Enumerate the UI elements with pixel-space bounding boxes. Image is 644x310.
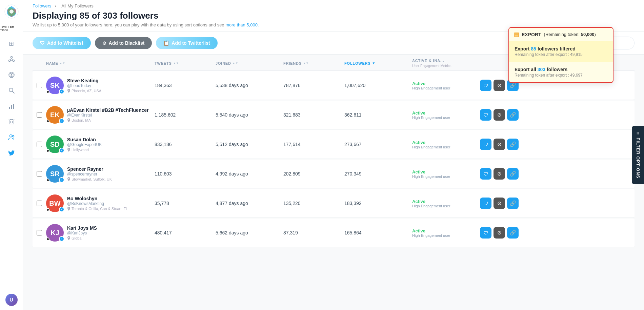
- main-content: Followers › All My Followers Displaying …: [23, 0, 644, 310]
- engagement-4: High Engagement user: [412, 204, 480, 208]
- user-handle-5: @KariJoys: [67, 231, 97, 235]
- row-checkbox-3[interactable]: [33, 171, 46, 177]
- blacklist-btn-1[interactable]: ⊘: [494, 109, 505, 121]
- more-link[interactable]: more than 5,000.: [225, 22, 259, 27]
- th-friends[interactable]: FRIENDS ▲▼: [283, 59, 344, 68]
- sidebar-item-target[interactable]: [5, 68, 18, 81]
- joined-2: 5,512 days ago: [216, 142, 283, 147]
- checkbox-5[interactable]: [37, 230, 42, 235]
- blacklist-btn-2[interactable]: ⊘: [494, 139, 505, 150]
- add-to-twitterlist-button[interactable]: 📋 Add to Twitterlist: [156, 37, 217, 49]
- sidebar-item-network[interactable]: [5, 53, 18, 66]
- sidebar-item-analytics[interactable]: [5, 100, 18, 112]
- sidebar-item-trash[interactable]: [5, 115, 18, 128]
- action-buttons-4: 🛡 ⊘ 🔗: [480, 198, 534, 209]
- svg-point-3: [8, 60, 10, 62]
- active-dot-0: [46, 90, 49, 94]
- link-btn-5[interactable]: 🔗: [507, 227, 519, 239]
- followers-3: 270,349: [344, 171, 412, 177]
- avatar-wrap-3: SR ✓: [46, 165, 64, 183]
- user-cell-2: SD ✓ Susan Dolan @GoogleExpertUK Hollywo…: [46, 136, 155, 153]
- engagement-2: High Engagement user: [412, 145, 480, 149]
- breadcrumb-followers[interactable]: Followers: [33, 3, 52, 8]
- sort-followers-active-icon: ▼: [372, 61, 376, 65]
- sidebar-item-search[interactable]: [5, 84, 18, 97]
- app-name: TWITTER TOOL: [0, 25, 23, 32]
- row-checkbox-4[interactable]: [33, 201, 46, 206]
- svg-line-6: [12, 58, 13, 60]
- row-checkbox-1[interactable]: [33, 112, 46, 118]
- avatar-wrap-0: SK ✓: [46, 77, 64, 94]
- app-logo[interactable]: [4, 4, 19, 19]
- blacklist-btn-3[interactable]: ⊘: [494, 168, 505, 180]
- blacklist-btn-5[interactable]: ⊘: [494, 227, 505, 239]
- status-active-3: Active: [412, 169, 480, 174]
- sidebar: TWITTER TOOL ⊞ U: [0, 0, 23, 310]
- link-btn-1[interactable]: 🔗: [507, 109, 519, 121]
- blacklist-btn-4[interactable]: ⊘: [494, 198, 505, 209]
- status-active-1: Active: [412, 110, 480, 116]
- joined-4: 4,877 days ago: [216, 201, 283, 206]
- sidebar-item-dashboard[interactable]: ⊞: [5, 37, 18, 50]
- row-checkbox-0[interactable]: [33, 83, 46, 88]
- page-description: We list up to 5,000 of your followers he…: [33, 22, 635, 27]
- sidebar-item-followers[interactable]: [5, 131, 18, 144]
- th-tweets[interactable]: TWEETS ▲▼: [155, 59, 216, 68]
- user-handle-4: @BoKnowsMarkting: [67, 201, 128, 206]
- th-engagement-sub: User Engagement Metrics: [412, 64, 451, 68]
- whitelist-btn-1[interactable]: 🛡: [480, 109, 491, 121]
- whitelist-btn-3[interactable]: 🛡: [480, 168, 491, 180]
- filter-icon: ≡: [635, 132, 641, 135]
- whitelist-btn-0[interactable]: 🛡: [480, 80, 491, 91]
- filter-options-tab[interactable]: ≡ FILTER OPTIONS: [632, 126, 644, 185]
- user-info-4: Bo Woloshyn @BoKnowsMarkting Toronto & O…: [67, 196, 128, 211]
- link-btn-4[interactable]: 🔗: [507, 198, 519, 209]
- tweets-1: 1,185,602: [155, 112, 216, 118]
- tweets-3: 110,603: [155, 171, 216, 177]
- user-cell-0: SK ✓ Steve Keating @LeadToday Phoenix, A…: [46, 77, 155, 94]
- shield-icon: 🛡: [40, 40, 45, 46]
- export-option-filtered[interactable]: Export 85 followers filtered Remaining t…: [509, 41, 613, 62]
- action-buttons-3: 🛡 ⊘ 🔗: [480, 168, 534, 180]
- friends-2: 177,614: [283, 142, 344, 147]
- whitelist-btn-4[interactable]: 🛡: [480, 198, 491, 209]
- user-avatar[interactable]: U: [5, 294, 18, 306]
- user-location-5: Global: [67, 236, 97, 240]
- row-checkbox-5[interactable]: [33, 230, 46, 235]
- export-filtered-sub: Remaining token after export : 49,915: [515, 52, 607, 57]
- svg-line-12: [13, 91, 14, 93]
- followers-4: 183,392: [344, 201, 412, 206]
- verified-badge-1: ✓: [59, 118, 64, 124]
- user-location-3: Stowmarket, Suffolk, UK: [67, 177, 112, 181]
- add-to-whitelist-button[interactable]: 🛡 Add to Whitelist: [33, 37, 91, 49]
- th-joined[interactable]: JOINED ▲▼: [216, 59, 283, 68]
- sidebar-item-twitter[interactable]: [5, 146, 18, 159]
- th-name[interactable]: NAME ▲▼: [46, 59, 155, 68]
- user-location-0: Phoenix, AZ, USA: [67, 89, 101, 93]
- row-checkbox-2[interactable]: [33, 142, 46, 147]
- friends-1: 321,683: [283, 112, 344, 118]
- checkbox-3[interactable]: [37, 171, 42, 177]
- checkbox-1[interactable]: [37, 112, 42, 118]
- sort-joined-icon: ▲▼: [233, 62, 238, 65]
- link-btn-3[interactable]: 🔗: [507, 168, 519, 180]
- svg-rect-15: [13, 104, 14, 109]
- add-to-blacklist-button[interactable]: ⊘ Add to Blacklist: [95, 37, 152, 49]
- checkbox-2[interactable]: [37, 142, 42, 147]
- followers-1: 362,611: [344, 112, 412, 118]
- whitelist-btn-2[interactable]: 🛡: [480, 139, 491, 150]
- th-followers[interactable]: FOLLOWERS ▼: [344, 59, 412, 68]
- blacklist-btn-0[interactable]: ⊘: [494, 80, 505, 91]
- export-option-all[interactable]: Export all 303 followers Remaining token…: [509, 62, 613, 82]
- whitelist-btn-5[interactable]: 🛡: [480, 227, 491, 239]
- checkbox-0[interactable]: [37, 83, 42, 88]
- checkbox-4[interactable]: [37, 201, 42, 206]
- user-info-1: µAEvan Kirstel #B2B #TechFluencer @EvanK…: [67, 107, 148, 122]
- active-dot-3: [46, 179, 49, 182]
- engagement-3: High Engagement user: [412, 174, 480, 179]
- link-btn-2[interactable]: 🔗: [507, 139, 519, 150]
- user-cell-4: BW ✓ Bo Woloshyn @BoKnowsMarkting Toront…: [46, 194, 155, 212]
- svg-line-5: [10, 58, 12, 60]
- user-name-2: Susan Dolan: [67, 137, 102, 142]
- friends-4: 135,220: [283, 201, 344, 206]
